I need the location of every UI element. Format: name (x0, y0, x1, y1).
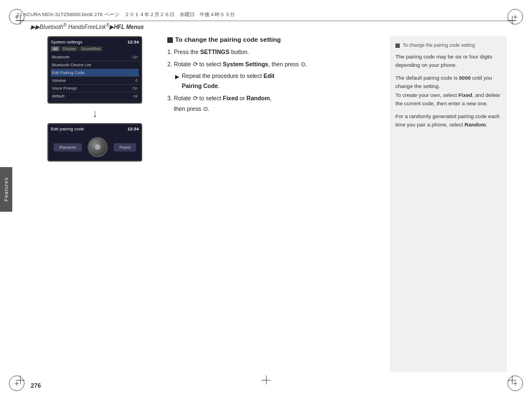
sidebar-note-title: To change the pairing code setting (395, 42, 501, 49)
screen1-row-volume: Volume 6 (51, 77, 139, 85)
screen1-title: System settings (51, 40, 82, 45)
sidebar-tab-label: Features (3, 177, 9, 202)
screen2-header: Edit pairing code 12:34 (51, 126, 139, 131)
screen2-time: 12:34 (128, 126, 139, 131)
step-3: 3. Rotate ⟳ to select Fixed or Random, t… (167, 93, 381, 114)
screen2-buttons: Random Fixed (51, 135, 139, 158)
sidebar-note-para-1: The pairing code may be six or four digi… (395, 52, 501, 69)
arrow-down-icon: ↓ (92, 107, 98, 120)
device-screen-1: System settings 12:34 All Display Sound/… (47, 36, 142, 104)
step-2: 2. Rotate ⟳ to select System Settings, t… (167, 59, 381, 70)
corner-circle-br (507, 375, 523, 391)
sub-step-text: Repeat the procedure to select EditPairi… (182, 71, 274, 91)
screen1-row-device-list: Bluetooth Device List (51, 61, 139, 69)
screen1-row-bluetooth: Bluetooth On (51, 53, 139, 61)
title-square-icon (167, 37, 173, 43)
screen1-tabs: All Display Sound/Bea (51, 46, 139, 51)
sidebar-note: To change the pairing code setting The p… (390, 36, 507, 372)
instruction-title-text: To change the pairing code setting (175, 36, 281, 43)
screen2-title: Edit pairing code (51, 126, 84, 131)
breadcrumb: ▶▶Bluetooth® HandsFreeLink®▶HFL Menus (31, 22, 144, 30)
screen1-footer: default ok (51, 92, 139, 100)
step-1: 1. Press the SETTINGS button. (167, 47, 381, 57)
screen1-tab-all: All (51, 46, 60, 51)
fixed-button: Fixed (114, 143, 136, 152)
arrow-bullet-icon: ▶ (175, 72, 180, 81)
sub-step: ▶ Repeat the procedure to select EditPai… (175, 71, 381, 91)
corner-circle-bl (9, 375, 25, 391)
sidebar-note-body: The pairing code may be six or four digi… (395, 52, 501, 129)
knob-inner (95, 144, 100, 150)
right-panel: To change the pairing code setting 1. Pr… (159, 31, 515, 378)
screen1-row-voice-prompt: Voice Prompt On (51, 85, 139, 92)
screen1-header: System settings 12:34 (51, 40, 139, 45)
page-header: 11 ACURA MDX-31TZ56000.book 276 ページ ２０１４… (17, 11, 515, 21)
note-icon (395, 43, 400, 48)
sidebar-note-para-3: For a randomly generated pairing code ea… (395, 112, 501, 129)
instructions-column: To change the pairing code setting 1. Pr… (167, 36, 381, 372)
random-button: Random (54, 143, 81, 152)
instruction-steps: 1. Press the SETTINGS button. 2. Rotate … (167, 47, 381, 114)
device-screen-2: Edit pairing code 12:34 Random Fixed (47, 123, 142, 162)
instruction-title: To change the pairing code setting (167, 36, 381, 43)
page-number: 276 (31, 382, 41, 389)
screen1-tab-sound: Sound/Bea (79, 46, 103, 51)
device-screenshots-panel: System settings 12:34 All Display Sound/… (31, 31, 159, 378)
features-sidebar-tab: Features (0, 167, 12, 212)
main-content: System settings 12:34 All Display Sound/… (31, 31, 515, 378)
sidebar-note-para-2: The default pairing code is 0000 until y… (395, 74, 501, 108)
breadcrumb-bluetooth: Bluetooth (40, 24, 63, 30)
screen1-tab-display: Display (61, 46, 78, 51)
knob (88, 137, 108, 157)
screen1-row-edit-pairing: Edit Pairing Code (51, 69, 139, 77)
screen1-time: 12:34 (128, 40, 139, 45)
header-text: 11 ACURA MDX-31TZ56000.book 276 ページ ２０１４… (17, 11, 235, 18)
breadcrumb-prefix: ▶▶ (31, 24, 40, 30)
